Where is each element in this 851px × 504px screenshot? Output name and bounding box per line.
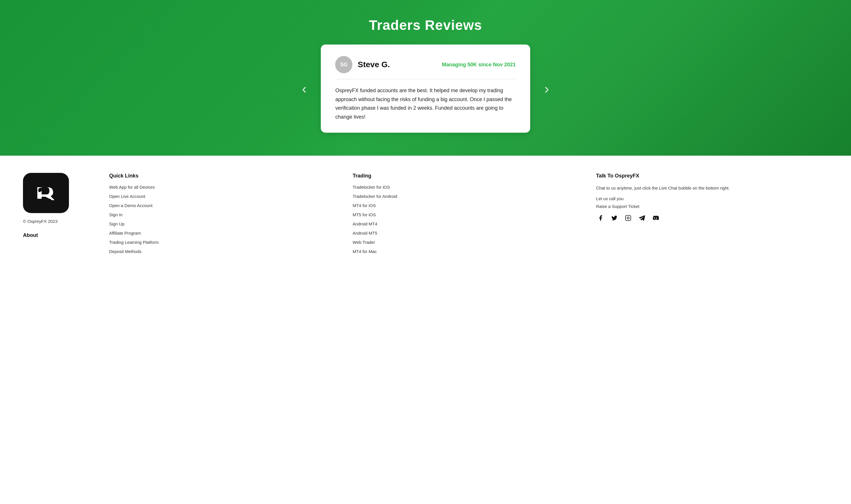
let-us-call-link[interactable]: Let us call you xyxy=(596,196,828,201)
mt4-mac-link[interactable]: MT4 for Mac xyxy=(353,249,377,254)
facebook-icon[interactable] xyxy=(596,213,605,222)
social-icons xyxy=(596,213,828,222)
discord-icon[interactable] xyxy=(651,213,660,222)
trading-list: Tradelocker for iOS Tradelocker for Andr… xyxy=(353,185,585,254)
reviewer-name: Steve G. xyxy=(358,60,390,69)
mt4-ios-link[interactable]: MT4 for iOS xyxy=(353,203,376,208)
list-item: Sign Up xyxy=(109,221,341,227)
prev-button[interactable]: ‹ xyxy=(296,79,312,98)
sign-in-link[interactable]: Sign In xyxy=(109,212,123,217)
affiliate-program-link[interactable]: Affiliate Program xyxy=(109,231,141,235)
next-button[interactable]: › xyxy=(539,79,555,98)
reviewer-status: Managing 50K since Nov 2021 xyxy=(442,62,515,68)
brand-logo-svg xyxy=(34,184,57,202)
list-item: Open a Demo Account xyxy=(109,203,341,208)
talk-title: Talk To OspreyFX xyxy=(596,173,828,179)
list-item: Android MT4 xyxy=(353,221,585,227)
twitter-icon[interactable] xyxy=(610,213,619,222)
list-item: Affiliate Program xyxy=(109,231,341,236)
list-item: MT4 for Mac xyxy=(353,249,585,254)
svg-rect-1 xyxy=(626,215,631,220)
footer: © OspreyFX 2023 About Quick Links Web Ap… xyxy=(0,156,851,271)
sign-up-link[interactable]: Sign Up xyxy=(109,221,124,226)
brand-copyright: © OspreyFX 2023 xyxy=(23,219,98,224)
quick-links-title: Quick Links xyxy=(109,173,341,179)
mt5-ios-link[interactable]: MT5 for iOS xyxy=(353,212,376,217)
reviewer-identity: SG Steve G. xyxy=(335,56,390,73)
footer-trading: Trading Tradelocker for iOS Tradelocker … xyxy=(353,173,585,254)
review-text: OspreyFX funded accounts are the best. I… xyxy=(335,86,515,121)
deposit-methods-link[interactable]: Deposit Methods xyxy=(109,249,142,254)
list-item: Tradelocker for iOS xyxy=(353,185,585,190)
brand-logo xyxy=(23,173,69,213)
avatar: SG xyxy=(335,56,352,73)
list-item: Open Live Account xyxy=(109,194,341,199)
list-item: Trading Learning Platform xyxy=(109,240,341,245)
review-section-title: Traders Reviews xyxy=(369,17,482,33)
list-item: Deposit Methods xyxy=(109,249,341,254)
quick-links-list: Web App for all Devices Open Live Accoun… xyxy=(109,185,341,254)
footer-brand: © OspreyFX 2023 About xyxy=(23,173,98,254)
web-trader-link[interactable]: Web Trader xyxy=(353,240,375,245)
review-section: Traders Reviews ‹ SG Steve G. Managing 5… xyxy=(0,0,851,156)
tradelocker-ios-link[interactable]: Tradelocker for iOS xyxy=(353,185,390,190)
trading-title: Trading xyxy=(353,173,585,179)
footer-talk: Talk To OspreyFX Chat to us anytime, jus… xyxy=(596,173,828,254)
list-item: Sign In xyxy=(109,212,341,217)
list-item: Android MT5 xyxy=(353,231,585,236)
reviewer-header: SG Steve G. Managing 50K since Nov 2021 xyxy=(335,56,515,73)
trading-learning-link[interactable]: Trading Learning Platform xyxy=(109,240,159,245)
instagram-icon[interactable] xyxy=(623,213,633,222)
android-mt4-link[interactable]: Android MT4 xyxy=(353,221,377,226)
web-app-link[interactable]: Web App for all Devices xyxy=(109,185,155,190)
carousel-wrapper: ‹ SG Steve G. Managing 50K since Nov 202… xyxy=(296,44,555,133)
android-mt5-link[interactable]: Android MT5 xyxy=(353,231,377,235)
raise-ticket-link[interactable]: Raise a Support Ticket xyxy=(596,204,828,209)
telegram-icon[interactable] xyxy=(637,213,647,222)
footer-quick-links: Quick Links Web App for all Devices Open… xyxy=(109,173,341,254)
list-item: Tradelocker for Android xyxy=(353,194,585,199)
list-item: Web App for all Devices xyxy=(109,185,341,190)
footer-about-heading: About xyxy=(23,232,98,238)
list-item: MT5 for iOS xyxy=(353,212,585,217)
list-item: Web Trader xyxy=(353,240,585,245)
list-item: MT4 for iOS xyxy=(353,203,585,208)
open-demo-account-link[interactable]: Open a Demo Account xyxy=(109,203,152,208)
tradelocker-android-link[interactable]: Tradelocker for Android xyxy=(353,194,397,199)
review-card: SG Steve G. Managing 50K since Nov 2021 … xyxy=(321,44,530,133)
talk-description: Chat to us anytime, just click the Live … xyxy=(596,185,828,192)
open-live-account-link[interactable]: Open Live Account xyxy=(109,194,145,199)
